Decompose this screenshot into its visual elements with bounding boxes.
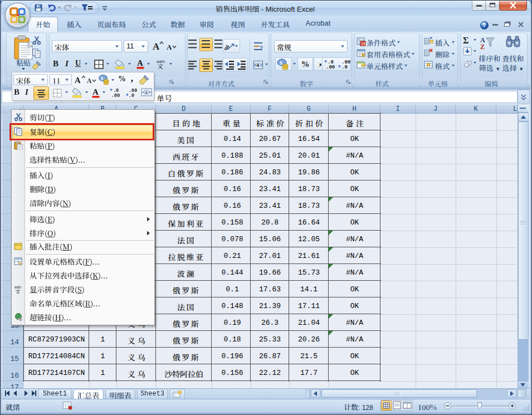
svg-text:15: 15 bbox=[361, 42, 365, 46]
svg-text:.00: .00 bbox=[326, 65, 335, 70]
svg-text:.00: .00 bbox=[111, 93, 120, 98]
svg-text:文: 文 bbox=[157, 61, 163, 70]
svg-text:A: A bbox=[167, 43, 172, 51]
svg-text:a: a bbox=[145, 90, 148, 95]
svg-text:ab: ab bbox=[223, 43, 231, 52]
svg-text:.0: .0 bbox=[341, 65, 348, 70]
svg-text:$: $ bbox=[280, 60, 282, 66]
svg-text:?: ? bbox=[482, 22, 486, 28]
svg-text:文: 文 bbox=[15, 287, 21, 294]
svg-text:Z: Z bbox=[480, 43, 485, 50]
svg-text:A: A bbox=[137, 58, 143, 67]
svg-text:a: a bbox=[257, 62, 260, 67]
svg-text:.0: .0 bbox=[129, 93, 134, 98]
svg-text:A: A bbox=[153, 41, 160, 52]
svg-text:A: A bbox=[87, 77, 92, 84]
svg-text:A: A bbox=[92, 87, 99, 96]
svg-text:A: A bbox=[75, 76, 81, 85]
